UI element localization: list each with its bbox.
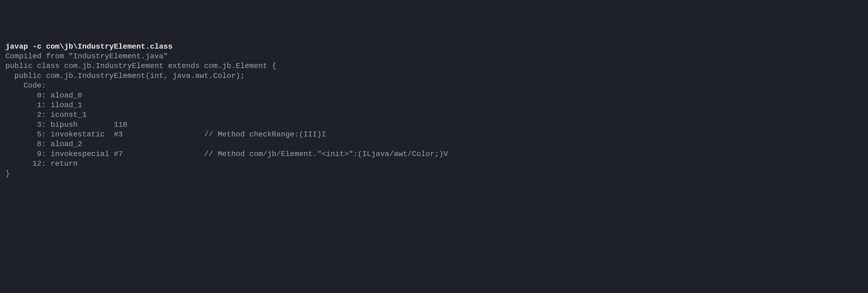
output-line: }: [5, 169, 863, 178]
output-line: 0: aload_0: [5, 91, 863, 100]
output-line: 3: bipush 118: [5, 120, 863, 130]
output-line: 1: iload_1: [5, 100, 863, 110]
terminal-command: javap -c com\jb\IndustryElement.class: [5, 42, 863, 52]
output-line: Compiled from "IndustryElement.java": [5, 52, 863, 61]
output-line: public class com.jb.IndustryElement exte…: [5, 61, 863, 71]
output-line: 5: invokestatic #3 // Method checkRange:…: [5, 130, 863, 139]
output-line: 8: aload_2: [5, 139, 863, 149]
output-line: 12: return: [5, 159, 863, 169]
output-line: Code:: [5, 81, 863, 91]
output-line: public com.jb.IndustryElement(int, java.…: [5, 71, 863, 81]
output-line: 9: invokespecial #7 // Method com/jb/Ele…: [5, 149, 863, 159]
output-line: 2: iconst_1: [5, 110, 863, 120]
